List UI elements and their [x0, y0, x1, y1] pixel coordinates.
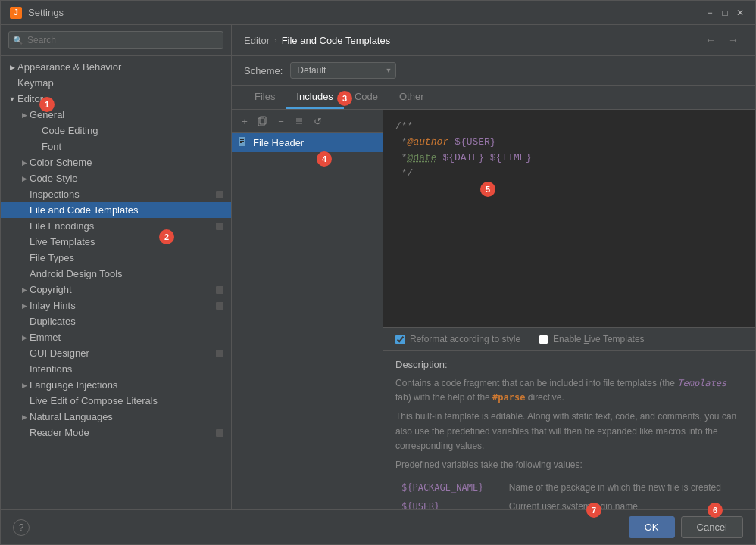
- sidebar-item-label: GUI Designer: [30, 347, 89, 359]
- file-list: File Header: [232, 133, 383, 509]
- tab-other[interactable]: Other: [389, 86, 435, 109]
- reformat-checkbox-item[interactable]: Reformat according to style: [395, 334, 520, 344]
- tab-includes[interactable]: Includes: [286, 86, 343, 109]
- panel-header: Editor › File and Code Templates ← →: [232, 25, 755, 56]
- sidebar-item-intentions[interactable]: ▶ Intentions: [1, 361, 231, 377]
- table-row: ${USER} Current user system login name: [395, 497, 743, 509]
- reset-template-button[interactable]: ↺: [309, 113, 326, 129]
- cancel-button[interactable]: Cancel: [681, 516, 743, 538]
- sidebar-item-file-types[interactable]: ▶ File Types: [1, 250, 231, 266]
- sidebar-item-live-templates[interactable]: ▶ Live Templates: [1, 234, 231, 250]
- sidebar-item-font[interactable]: ▶ Font: [1, 139, 231, 154]
- reformat-checkbox[interactable]: [395, 335, 405, 344]
- search-input[interactable]: [8, 31, 223, 49]
- sidebar-item-code-editing[interactable]: ▶ Code Editing: [1, 123, 231, 139]
- step-badge-3: 3: [337, 91, 352, 106]
- expand-icon: ▶: [19, 301, 30, 311]
- svg-rect-5: [240, 142, 242, 143]
- add-template-button[interactable]: +: [236, 113, 253, 129]
- sidebar-badge: [214, 348, 225, 359]
- file-item-file-header[interactable]: File Header: [232, 133, 383, 152]
- live-templates-checkbox-item[interactable]: Enable Live Templates: [539, 334, 645, 344]
- search-icon: 🔍: [13, 36, 23, 45]
- sidebar-item-editor[interactable]: ▼ Editor: [1, 91, 231, 107]
- desc-code-parse: #parse: [492, 392, 525, 403]
- sidebar-item-label: Inspections: [30, 188, 80, 200]
- var-name-2: ${USER}: [395, 497, 503, 509]
- code-editor[interactable]: /** *@author ${USER} *@date ${DATE} ${TI…: [383, 110, 755, 327]
- sidebar-item-android-design-tools[interactable]: ▶ Android Design Tools: [1, 266, 231, 282]
- sidebar-item-general[interactable]: ▶ General: [1, 107, 231, 123]
- sidebar-item-label: Code Editing: [42, 125, 98, 136]
- file-item-label: File Header: [253, 137, 304, 148]
- settings-tree: ▶ Appearance & Behavior ▶ Keymap ▼ Edito…: [1, 56, 231, 509]
- remove-template-button[interactable]: −: [273, 113, 289, 129]
- expand-icon: ▼: [7, 94, 17, 104]
- expand-icon: ▶: [19, 380, 30, 391]
- minimize-button[interactable]: −: [704, 7, 716, 19]
- sidebar-item-duplicates[interactable]: ▶ Duplicates: [1, 313, 231, 329]
- sidebar-item-reader-mode[interactable]: ▶ Reader Mode: [1, 425, 231, 441]
- sidebar-item-gui-designer[interactable]: ▶ GUI Designer: [1, 345, 231, 361]
- titlebar: J Settings − □ ✕: [1, 1, 755, 25]
- scheme-select[interactable]: Default Project: [290, 62, 396, 79]
- sidebar-item-natural-languages[interactable]: ▶ Natural Languages: [1, 409, 231, 425]
- step-badge-2: 2: [159, 229, 174, 244]
- sidebar-item-inspections[interactable]: ▶ Inspections: [1, 186, 231, 202]
- action-buttons: OK Cancel: [629, 516, 743, 538]
- description-title: Description:: [395, 359, 743, 370]
- expand-icon: ▶: [19, 173, 30, 184]
- sidebar-item-label: Emmet: [30, 332, 61, 343]
- expand-icon: ▶: [7, 62, 17, 73]
- code-line-2: *@author ${USER}: [395, 135, 743, 151]
- step-badge-5: 5: [480, 182, 495, 197]
- sidebar-item-label: Inlay Hints: [30, 300, 76, 311]
- sidebar-item-keymap[interactable]: ▶ Keymap: [1, 75, 231, 91]
- move-template-button[interactable]: [291, 113, 308, 129]
- var-name-1: ${PACKAGE_NAME}: [395, 478, 503, 497]
- sidebar-item-label: Live Edit of Compose Literals: [30, 395, 158, 406]
- close-button[interactable]: ✕: [734, 7, 746, 19]
- sidebar-item-label: Copyright: [30, 284, 72, 295]
- sidebar-item-label: File and Code Templates: [30, 204, 139, 216]
- sidebar-item-emmet[interactable]: ▶ Emmet: [1, 329, 231, 345]
- live-templates-checkbox[interactable]: [539, 335, 548, 344]
- svg-rect-4: [240, 141, 244, 142]
- sidebar-item-label: Duplicates: [30, 316, 76, 327]
- sidebar-badge: [214, 301, 225, 311]
- sidebar-item-color-scheme[interactable]: ▶ Color Scheme: [1, 154, 231, 170]
- sidebar-item-label: Color Scheme: [30, 157, 92, 168]
- sidebar-item-label: Appearance & Behavior: [17, 61, 121, 73]
- scheme-row: Scheme: Default Project ▼: [232, 56, 755, 86]
- expand-icon: ▶: [19, 110, 30, 120]
- sidebar-item-live-edit[interactable]: ▶ Live Edit of Compose Literals: [1, 393, 231, 409]
- sidebar-item-code-style[interactable]: ▶ Code Style: [1, 170, 231, 186]
- sidebar-item-language-injections[interactable]: ▶ Language Injections: [1, 377, 231, 393]
- sidebar-item-label: Live Templates: [30, 236, 95, 248]
- ok-button[interactable]: OK: [629, 516, 675, 538]
- options-row: Reformat according to style Enable Live …: [383, 327, 755, 350]
- sidebar-item-copyright[interactable]: ▶ Copyright: [1, 282, 231, 297]
- code-line-4: */: [395, 166, 743, 182]
- sidebar-item-file-encodings[interactable]: ▶ File Encodings: [1, 218, 231, 234]
- sidebar-item-appearance[interactable]: ▶ Appearance & Behavior: [1, 59, 231, 75]
- step-badge-6: 6: [708, 503, 723, 518]
- back-button[interactable]: ←: [701, 33, 720, 48]
- sidebar-item-label: Android Design Tools: [30, 268, 123, 279]
- sidebar-item-file-and-code-templates[interactable]: ▶ File and Code Templates: [1, 202, 231, 218]
- scheme-label: Scheme:: [244, 65, 283, 76]
- window-title: Settings: [28, 7, 704, 18]
- code-line-3: *@date ${DATE} ${TIME}: [395, 151, 743, 167]
- tab-files[interactable]: Files: [244, 86, 286, 109]
- svg-rect-3: [240, 139, 244, 140]
- help-button[interactable]: ?: [13, 519, 30, 536]
- maximize-button[interactable]: □: [719, 7, 731, 19]
- sidebar-item-inlay-hints[interactable]: ▶ Inlay Hints: [1, 297, 231, 313]
- sidebar-item-label: Natural Languages: [30, 411, 113, 422]
- predefined-vars-intro: Predefined variables take the following …: [395, 458, 743, 472]
- forward-button[interactable]: →: [723, 33, 743, 48]
- expand-icon: ▶: [19, 412, 30, 422]
- bottom-bar: ? OK Cancel: [1, 509, 755, 544]
- description-content: Contains a code fragment that can be inc…: [395, 376, 743, 509]
- copy-template-button[interactable]: [255, 113, 271, 129]
